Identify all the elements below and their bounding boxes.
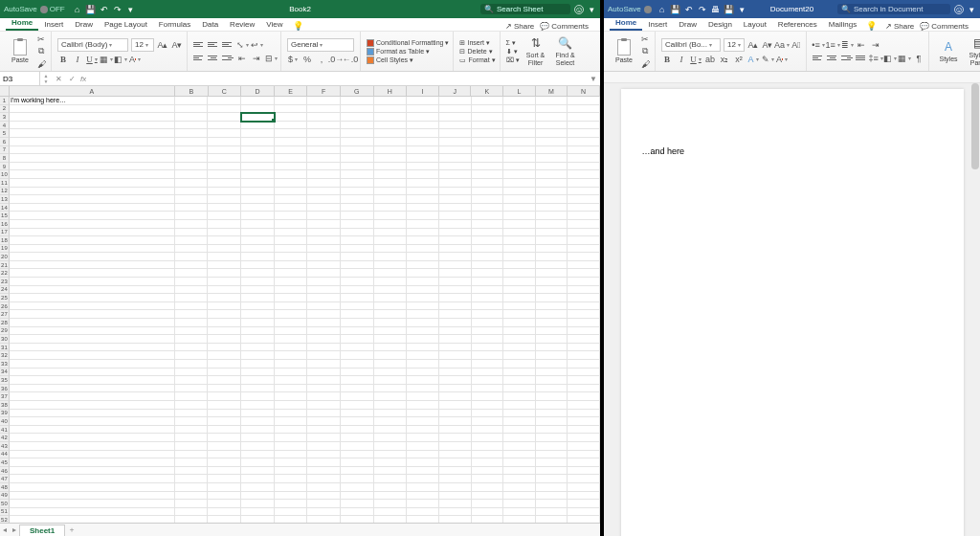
- cell[interactable]: [374, 508, 408, 517]
- cell[interactable]: [374, 179, 408, 188]
- cell[interactable]: [503, 442, 536, 451]
- cell[interactable]: [536, 154, 568, 163]
- cell[interactable]: [472, 500, 504, 508]
- cell[interactable]: [374, 310, 408, 319]
- cell[interactable]: [407, 335, 439, 344]
- cell[interactable]: [374, 360, 408, 368]
- cell[interactable]: [241, 278, 275, 286]
- cell[interactable]: [341, 286, 374, 295]
- cell[interactable]: [208, 105, 241, 114]
- cell[interactable]: [439, 113, 472, 122]
- cell[interactable]: [536, 360, 568, 368]
- cell[interactable]: [175, 327, 209, 336]
- cell[interactable]: [208, 195, 241, 204]
- cell[interactable]: [341, 113, 374, 122]
- cell[interactable]: [374, 97, 408, 105]
- cell[interactable]: [175, 302, 209, 311]
- cell[interactable]: [374, 261, 408, 270]
- cell[interactable]: [407, 229, 439, 237]
- strike-icon[interactable]: ab: [704, 54, 716, 65]
- cell[interactable]: [175, 163, 209, 171]
- cell[interactable]: [536, 170, 568, 179]
- cell[interactable]: [503, 195, 536, 204]
- cell[interactable]: [175, 113, 209, 122]
- cell[interactable]: [374, 146, 408, 155]
- cell[interactable]: [241, 97, 275, 105]
- cell[interactable]: [175, 212, 209, 220]
- cell[interactable]: [568, 204, 600, 212]
- cut-icon[interactable]: ✂: [35, 34, 47, 45]
- cell[interactable]: [275, 105, 308, 114]
- cell[interactable]: [307, 195, 341, 204]
- row-header[interactable]: 43: [0, 442, 10, 451]
- cell[interactable]: [307, 188, 341, 196]
- cell[interactable]: [568, 113, 600, 122]
- cell[interactable]: [175, 426, 209, 435]
- cell[interactable]: [175, 204, 209, 212]
- cell[interactable]: [208, 500, 241, 508]
- cell[interactable]: [472, 302, 504, 311]
- cell[interactable]: [175, 335, 209, 344]
- cell[interactable]: [374, 401, 408, 410]
- save-icon[interactable]: 💾: [671, 5, 680, 14]
- cell[interactable]: [374, 442, 408, 451]
- cell[interactable]: [175, 170, 209, 179]
- cell[interactable]: [208, 229, 241, 237]
- cell[interactable]: [10, 451, 175, 459]
- cell[interactable]: [439, 269, 472, 278]
- cell[interactable]: [374, 392, 408, 401]
- cell[interactable]: [472, 392, 504, 401]
- comments-button[interactable]: 💬 Comments: [540, 22, 589, 31]
- cell[interactable]: [472, 458, 504, 467]
- scroll-thumb[interactable]: [971, 83, 979, 169]
- cell[interactable]: [536, 500, 568, 508]
- cell[interactable]: [374, 483, 408, 492]
- cell[interactable]: [208, 351, 241, 360]
- more-qat-icon[interactable]: ▾: [738, 5, 747, 14]
- chevron-down-icon[interactable]: ▾: [967, 5, 976, 14]
- cell[interactable]: [341, 458, 374, 467]
- find-select-button[interactable]: 🔍Find & Select: [552, 35, 579, 66]
- cell[interactable]: [374, 278, 408, 286]
- cell[interactable]: [503, 310, 536, 319]
- cell[interactable]: [439, 154, 472, 163]
- cell[interactable]: [241, 236, 275, 245]
- cell[interactable]: [10, 351, 175, 360]
- cell[interactable]: [568, 129, 600, 138]
- cell[interactable]: [472, 129, 504, 138]
- cell[interactable]: [536, 344, 568, 352]
- conditional-formatting[interactable]: Conditional Formatting ▾: [367, 39, 449, 47]
- cell[interactable]: [10, 442, 175, 451]
- cell[interactable]: [536, 236, 568, 245]
- undo-icon[interactable]: ↶: [684, 5, 694, 14]
- cell[interactable]: [439, 327, 472, 336]
- font-size-select[interactable]: 12: [724, 38, 745, 52]
- cell[interactable]: [10, 302, 175, 311]
- cell[interactable]: [10, 245, 175, 254]
- cell[interactable]: [503, 451, 536, 459]
- cell[interactable]: [472, 344, 504, 352]
- cell[interactable]: [568, 360, 600, 368]
- cell[interactable]: [374, 335, 408, 344]
- cell[interactable]: [307, 335, 341, 344]
- cell[interactable]: [472, 385, 504, 393]
- cell[interactable]: [208, 220, 241, 229]
- row-header[interactable]: 35: [0, 376, 10, 385]
- cell[interactable]: [10, 327, 175, 336]
- cell[interactable]: [10, 344, 175, 352]
- cell[interactable]: [472, 154, 504, 163]
- cell[interactable]: [568, 220, 600, 229]
- cell[interactable]: [275, 122, 308, 130]
- cell[interactable]: [275, 212, 308, 220]
- cell[interactable]: [407, 360, 439, 368]
- cell[interactable]: [307, 483, 341, 492]
- cell[interactable]: [374, 245, 408, 254]
- cell[interactable]: [472, 368, 504, 377]
- cell[interactable]: [568, 451, 600, 459]
- cell[interactable]: [568, 188, 600, 196]
- cell[interactable]: [241, 220, 275, 229]
- cell[interactable]: [568, 401, 600, 410]
- cell[interactable]: [568, 500, 600, 508]
- cell[interactable]: [10, 335, 175, 344]
- cell[interactable]: [568, 253, 600, 261]
